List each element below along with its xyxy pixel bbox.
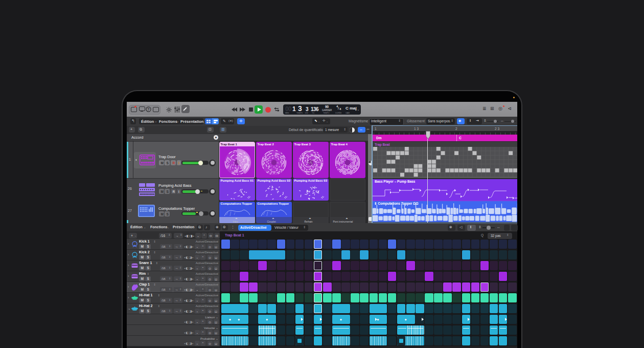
svg-text:?: ? <box>147 107 149 111</box>
